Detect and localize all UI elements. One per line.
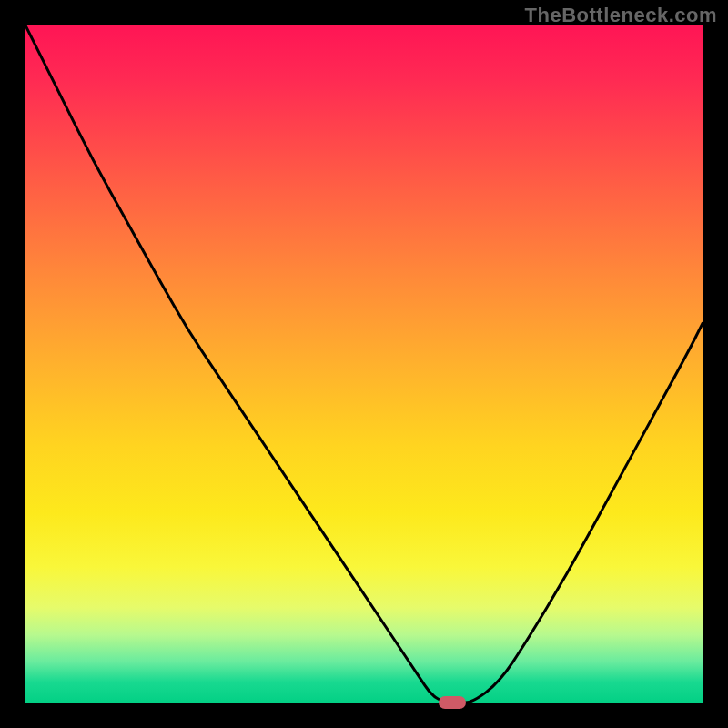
watermark-text: TheBottleneck.com — [525, 4, 717, 27]
chart-stage: TheBottleneck.com — [0, 0, 728, 728]
optimal-marker — [439, 696, 466, 709]
bottleneck-curve — [25, 25, 703, 703]
plot-area — [25, 25, 703, 703]
